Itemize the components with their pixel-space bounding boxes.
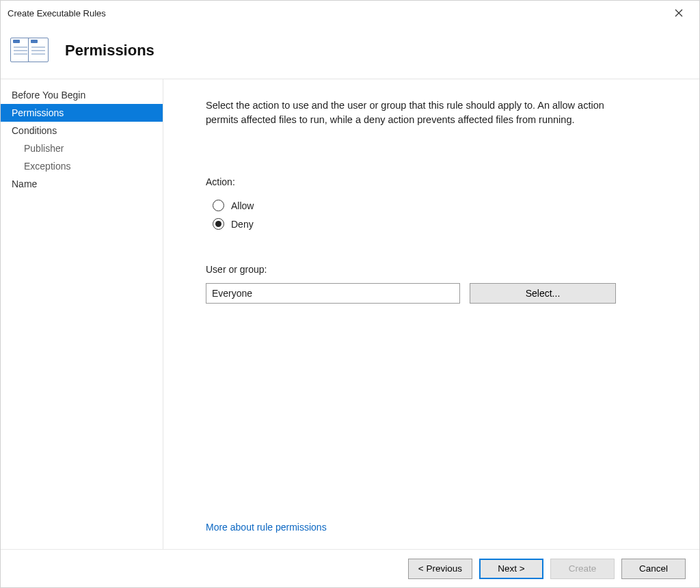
nav-permissions[interactable]: Permissions <box>1 104 163 122</box>
radio-icon <box>213 200 224 211</box>
nav-exceptions[interactable]: Exceptions <box>1 157 163 175</box>
page-title: Permissions <box>65 42 154 59</box>
create-button: Create <box>550 559 615 579</box>
more-about-link[interactable]: More about rule permissions <box>206 522 657 533</box>
spacer <box>206 304 657 522</box>
action-label: Action: <box>206 176 657 187</box>
instructions-text: Select the action to use and the user or… <box>206 98 630 127</box>
wizard-main: Select the action to use and the user or… <box>163 79 699 549</box>
select-user-group-button[interactable]: Select... <box>470 283 616 304</box>
user-group-input[interactable] <box>206 283 460 304</box>
radio-icon <box>213 218 224 230</box>
user-group-row: Select... <box>206 283 657 304</box>
wizard-body: Before You Begin Permissions Conditions … <box>1 79 699 549</box>
permissions-icon <box>10 35 50 66</box>
user-group-label: User or group: <box>206 264 657 275</box>
previous-button[interactable]: < Previous <box>408 559 472 579</box>
window-title: Create Executable Rules <box>8 8 665 18</box>
radio-deny-label: Deny <box>231 219 254 230</box>
nav-conditions[interactable]: Conditions <box>1 122 163 139</box>
wizard-footer: < Previous Next > Create Cancel <box>1 549 699 587</box>
wizard-nav: Before You Begin Permissions Conditions … <box>1 79 163 549</box>
close-icon <box>675 9 683 17</box>
wizard-window: Create Executable Rules Permissions Befo… <box>0 0 700 588</box>
nav-before-you-begin[interactable]: Before You Begin <box>1 86 163 104</box>
nav-publisher[interactable]: Publisher <box>1 139 163 157</box>
close-button[interactable] <box>665 3 692 23</box>
radio-allow[interactable]: Allow <box>213 200 657 211</box>
page-header: Permissions <box>1 25 699 79</box>
next-button[interactable]: Next > <box>479 559 543 579</box>
cancel-button[interactable]: Cancel <box>621 559 686 579</box>
nav-name[interactable]: Name <box>1 175 163 193</box>
action-radio-group: Allow Deny <box>213 196 657 237</box>
titlebar: Create Executable Rules <box>1 1 699 25</box>
radio-deny[interactable]: Deny <box>213 218 657 230</box>
radio-allow-label: Allow <box>231 200 254 211</box>
